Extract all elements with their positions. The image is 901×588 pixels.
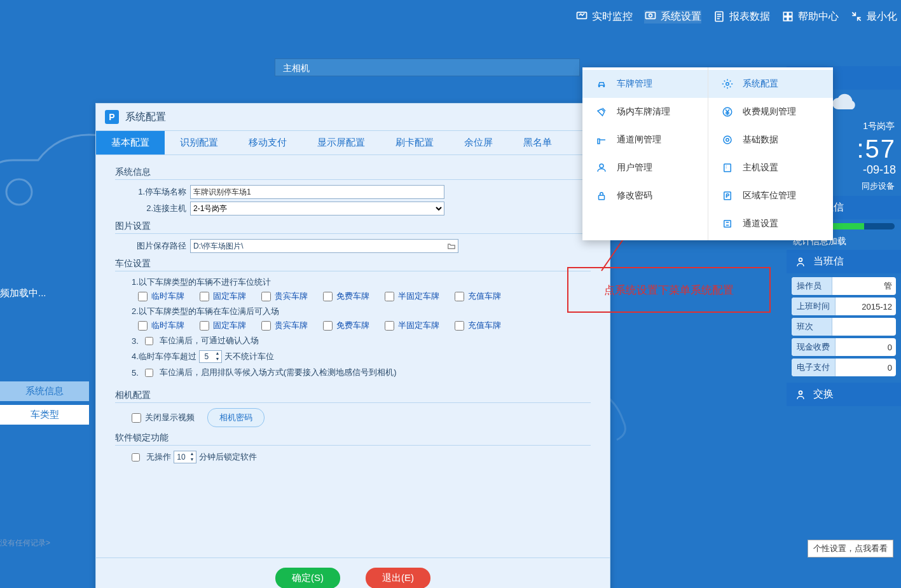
svg-point-2	[649, 14, 652, 17]
personalization-tooltip[interactable]: 个性设置，点我看看	[808, 540, 893, 557]
duty-info-header: 当班信	[787, 250, 901, 273]
svg-rect-5	[788, 12, 792, 16]
menu-channel-settings[interactable]: 通道设置	[708, 210, 834, 238]
cloud-icon	[829, 93, 859, 114]
swap-icon	[794, 388, 807, 401]
menu-change-password[interactable]: 修改密码	[582, 182, 708, 210]
menu-plate-cleanup[interactable]: 场内车牌清理	[582, 98, 708, 126]
slot3-prefix: 3.	[132, 336, 139, 346]
dialog-footer: 确定(S) 退出(E)	[96, 557, 610, 588]
menu-fee-rules[interactable]: 收费规则管理	[708, 98, 834, 126]
dtab-card[interactable]: 刷卡配置	[380, 131, 449, 154]
grid-icon	[781, 10, 794, 23]
idle-minutes-stepper[interactable]: 10 ▲▼	[174, 451, 196, 463]
svg-rect-15	[724, 164, 731, 172]
chk-free-1[interactable]: 免费车牌	[323, 291, 369, 302]
epay-field: 电子支付0	[792, 359, 896, 376]
nav-system-settings[interactable]: 系统设置	[644, 10, 701, 24]
svg-rect-8	[598, 139, 600, 144]
yen-icon	[721, 106, 734, 118]
camera-password-button[interactable]: 相机密码	[207, 408, 265, 427]
operator-field: 操作员管	[792, 277, 896, 295]
chk-fixed-2[interactable]: 固定车牌	[200, 320, 246, 331]
chk-queue-mode[interactable]	[145, 369, 153, 377]
svg-point-11	[726, 83, 729, 86]
chk-fixed-1[interactable]: 固定车牌	[200, 291, 246, 302]
person-icon	[794, 256, 807, 268]
chk-recharge-1[interactable]: 充值车牌	[455, 291, 501, 302]
svg-rect-4	[783, 12, 787, 16]
dtab-mobile-pay[interactable]: 移动支付	[233, 131, 302, 154]
exit-button[interactable]: 退出(E)	[366, 568, 430, 588]
chk-recharge-2[interactable]: 充值车牌	[455, 320, 501, 331]
svg-rect-6	[783, 17, 787, 21]
menu-zone-slot-mgmt[interactable]: 区域车位管理	[708, 182, 834, 210]
menu-plate-mgmt[interactable]: 车牌管理	[582, 70, 708, 98]
lock-icon	[595, 189, 608, 202]
nav-reports[interactable]: 报表数据	[713, 10, 770, 24]
nav-monitor[interactable]: 实时监控	[575, 10, 633, 24]
idle-suffix: 分钟后锁定软件	[199, 451, 257, 463]
dtab-recognition[interactable]: 识别配置	[165, 131, 233, 154]
channel-icon	[721, 217, 734, 230]
parking-name-input[interactable]	[190, 185, 444, 199]
tab-car-type[interactable]: 车类型	[0, 405, 89, 425]
chk-vip-1[interactable]: 贵宾车牌	[261, 291, 308, 302]
chk-temp-2[interactable]: 临时车牌	[138, 320, 184, 331]
image-path-field[interactable]: D:\停车场图片\	[190, 239, 458, 253]
menu-system-config[interactable]: 系统配置	[708, 70, 834, 98]
dtab-blacklist[interactable]: 黑名单	[508, 131, 567, 154]
section-system-info: 系统信息	[115, 167, 591, 180]
host-select[interactable]: 2-1号岗亭	[190, 202, 444, 215]
svg-rect-10	[599, 195, 605, 200]
idle-prefix: 无操作	[146, 451, 171, 463]
plate-type-group-2: 临时车牌 固定车牌 贵宾车牌 免费车牌 半固定车牌 充值车牌	[138, 320, 591, 331]
user-icon	[595, 161, 608, 174]
chk-vip-2[interactable]: 贵宾车牌	[261, 320, 308, 331]
video-loading-text: 频加载中...	[0, 287, 64, 299]
dtab-remaining[interactable]: 余位屏	[449, 131, 508, 154]
camera-tab-main[interactable]: 主相机	[275, 58, 580, 76]
exchange-header: 交换	[787, 383, 901, 406]
chk-semifixed-2[interactable]: 半固定车牌	[385, 320, 439, 331]
temp-days-stepper[interactable]: 5 ▲▼	[199, 350, 222, 363]
chk-semifixed-1[interactable]: 半固定车牌	[385, 291, 439, 302]
no-records-text: 没有任何记录>	[0, 538, 50, 549]
menu-host-settings[interactable]: 主机设置	[708, 154, 834, 182]
slot3-label: 车位满后，可通过确认入场	[160, 335, 259, 346]
menu-base-data[interactable]: 基础数据	[708, 126, 834, 154]
left-tabs: 系统信息 车类型	[0, 381, 89, 428]
menu-user-mgmt[interactable]: 用户管理	[582, 154, 708, 182]
parking-p-icon	[721, 189, 734, 202]
chk-free-2[interactable]: 免费车牌	[323, 320, 369, 331]
dtab-basic[interactable]: 基本配置	[96, 131, 165, 154]
chk-idle-lock[interactable]	[132, 453, 140, 462]
settings-panel-icon	[644, 10, 657, 23]
top-navbar: 实时监控 系统设置 报表数据 帮助中心 最小化	[0, 0, 901, 33]
nav-minimize[interactable]: 最小化	[850, 10, 897, 24]
svg-rect-17	[724, 221, 731, 228]
menu-gate-mgmt[interactable]: 通道闸管理	[582, 126, 708, 154]
cash-field: 现金收费0	[792, 338, 896, 356]
host-label: 2.连接主机	[132, 203, 186, 214]
chk-temp-1[interactable]: 临时车牌	[138, 291, 184, 302]
svg-point-21	[799, 258, 802, 261]
slot5-prefix: 5.	[132, 368, 139, 378]
monitor-icon	[575, 10, 588, 23]
section-camera-config: 相机配置	[115, 390, 591, 403]
dtab-display[interactable]: 显示屏配置	[302, 131, 380, 154]
ok-button[interactable]: 确定(S)	[275, 568, 340, 588]
svg-point-13	[726, 139, 729, 142]
svg-point-14	[724, 136, 731, 144]
svg-point-9	[600, 164, 603, 168]
browse-folder-icon[interactable]	[445, 240, 458, 252]
on-time-field: 上班时间2015-12	[792, 297, 896, 315]
tab-system-info[interactable]: 系统信息	[0, 381, 89, 401]
chk-slot-full-confirm[interactable]	[145, 337, 153, 345]
nav-help[interactable]: 帮助中心	[781, 10, 839, 24]
minimize-icon	[850, 10, 863, 23]
data-icon	[721, 133, 734, 146]
chk-close-video[interactable]: 关闭显示视频	[132, 412, 195, 423]
section-lock-func: 软件锁定功能	[115, 432, 591, 446]
dialog-titlebar: P 系统配置	[96, 104, 610, 130]
